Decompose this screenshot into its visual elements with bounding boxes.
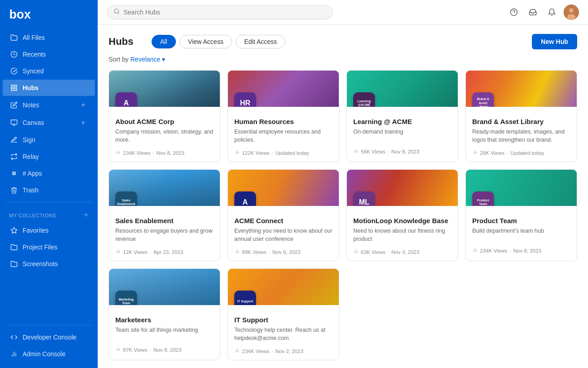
- bar-chart-icon: [10, 350, 18, 358]
- bar-chart-icon: [234, 249, 240, 255]
- hub-card-learning-acme[interactable]: Learning @ACME Learning @ ACME On-demand…: [346, 70, 458, 162]
- hub-card-body: About ACME Corp Company mission, vision,…: [109, 107, 220, 162]
- hub-card-motionloop[interactable]: ML MotionLoop Knowledge Base Need to kno…: [346, 169, 458, 261]
- bar-chart-icon: [353, 148, 359, 155]
- sidebar-item-synced[interactable]: Synced: [3, 63, 95, 79]
- hub-card-logo: Product Team: [472, 191, 494, 206]
- hub-card-acme-connect[interactable]: A ACME Connect Everything you need to kn…: [228, 169, 339, 261]
- bar-chart-icon: [115, 249, 121, 255]
- grid-icon: [10, 84, 18, 92]
- sidebar-item-recents[interactable]: Recents: [3, 46, 95, 62]
- canvas-add-button[interactable]: +: [79, 118, 88, 127]
- hub-card-date: Nov 3, 2023: [391, 249, 419, 255]
- filter-edit-button[interactable]: Edit Access: [236, 35, 285, 48]
- hub-card-title: Marketeers: [115, 316, 213, 324]
- hub-card-body: Brand & Asset Library Ready-made templat…: [466, 107, 577, 162]
- hub-card-marketeers[interactable]: Marketing Team Marketeers Team site for …: [109, 268, 220, 360]
- sidebar-item-sign[interactable]: Sign: [3, 132, 95, 148]
- hub-card-sales-enablement[interactable]: Sales Enablement Sales Enablement Resour…: [109, 169, 220, 261]
- sidebar-item-label: Hubs: [23, 84, 38, 91]
- sort-value-link[interactable]: Revelance ▾: [130, 56, 165, 63]
- sidebar-item-hubs[interactable]: Hubs: [3, 80, 95, 96]
- sidebar-item-admin-console[interactable]: Admin Console: [3, 346, 95, 362]
- hub-card-date: Nov 8, 2023: [272, 249, 300, 255]
- hub-card-body: ACME Connect Everything you need to know…: [228, 206, 339, 261]
- sidebar-item-label: Trash: [23, 186, 38, 194]
- hubs-content: Hubs All View Access Edit Access New Hub…: [98, 25, 588, 368]
- folder-icon: [10, 260, 18, 268]
- hub-card-desc: Essential employee resources and policie…: [234, 128, 332, 144]
- trash-icon: [10, 186, 18, 194]
- new-hub-button[interactable]: New Hub: [532, 34, 577, 49]
- notes-add-button[interactable]: +: [79, 100, 88, 110]
- search-input[interactable]: [123, 9, 326, 16]
- hub-card-body: Product Team Build department's team hub…: [466, 206, 577, 259]
- sidebar-item-canvas[interactable]: Canvas +: [3, 114, 95, 131]
- sidebar-divider-bottom: [5, 325, 92, 325]
- notification-icon-button[interactable]: [545, 5, 559, 19]
- sidebar: box All Files Recents Synced: [0, 0, 98, 368]
- search-bar[interactable]: [107, 5, 333, 19]
- svg-point-7: [13, 172, 14, 173]
- notes-icon: [10, 101, 18, 109]
- hub-card-banner: HR: [228, 71, 339, 107]
- sidebar-item-label: # Apps: [23, 170, 42, 177]
- sidebar-item-developer-console[interactable]: Developer Console: [3, 329, 95, 345]
- help-icon-button[interactable]: [507, 5, 521, 19]
- hub-card-about-acme[interactable]: A About ACME Corp Company mission, visio…: [109, 70, 220, 162]
- sidebar-item-notes[interactable]: Notes +: [3, 96, 95, 114]
- hub-card-title: Human Resources: [234, 118, 332, 125]
- hub-card-brand-asset[interactable]: Brand & Asset Library Brand & Asset Libr…: [465, 70, 577, 162]
- hub-card-meta: 234K Views · Nov 8, 2023: [472, 247, 570, 254]
- hub-card-banner: A: [228, 170, 339, 206]
- hub-card-product-team[interactable]: Product Team Product Team Build departme…: [465, 169, 577, 261]
- hub-card-human-resources[interactable]: HR Human Resources Essential employee re…: [228, 70, 339, 162]
- header-actions: [507, 5, 579, 20]
- bar-chart-icon: [472, 149, 478, 156]
- sidebar-item-relay[interactable]: Relay: [3, 148, 95, 165]
- svg-rect-4: [11, 88, 14, 91]
- collections-add-button[interactable]: +: [84, 210, 89, 220]
- hub-card-date: Nov 2, 2023: [275, 349, 303, 354]
- hub-card-views: 87K Views: [123, 347, 147, 353]
- hub-card-views: 234K Views: [242, 349, 270, 354]
- sidebar-item-favorites[interactable]: Favorites: [3, 222, 95, 239]
- hub-card-views: 234K Views: [123, 150, 151, 156]
- hub-card-meta: 28K Views · Updated today: [472, 149, 570, 156]
- sidebar-item-project-files[interactable]: Project Files: [3, 239, 95, 255]
- sidebar-item-label: Project Files: [23, 244, 57, 251]
- sidebar-item-screenshots[interactable]: Screenshots: [3, 256, 95, 272]
- hub-card-it-support[interactable]: IT Support IT Support Technology help ce…: [228, 268, 339, 360]
- hub-card-desc: Everything you need to know about our an…: [234, 227, 332, 243]
- hub-card-logo: A: [234, 191, 256, 206]
- bar-chart-icon: [472, 247, 478, 254]
- apps-icon: [10, 169, 18, 177]
- hub-card-separator: ·: [153, 150, 154, 156]
- sidebar-item-trash[interactable]: Trash: [3, 182, 95, 198]
- filter-all-button[interactable]: All: [152, 35, 176, 48]
- hub-card-separator: ·: [272, 349, 273, 354]
- hub-card-separator: ·: [150, 249, 151, 255]
- hub-card-separator: ·: [388, 149, 389, 154]
- hub-card-separator: ·: [507, 150, 508, 156]
- box-logo[interactable]: box: [0, 0, 98, 29]
- hub-card-date: Nov 8, 2023: [391, 149, 419, 154]
- sidebar-item-apps[interactable]: # Apps: [3, 165, 95, 182]
- hub-card-body: IT Support Technology help center. Reach…: [228, 305, 339, 360]
- hub-card-banner: Sales Enablement: [109, 170, 220, 206]
- hub-card-desc: Build department's team hub: [472, 227, 570, 242]
- hub-card-views: 63K Views: [361, 249, 385, 255]
- filter-view-button[interactable]: View Access: [180, 35, 232, 48]
- canvas-icon: [10, 119, 18, 127]
- hub-card-body: Learning @ ACME On-demand training 56K V…: [347, 107, 458, 160]
- inbox-icon-button[interactable]: [526, 5, 540, 19]
- hub-card-meta: 122K Views · Updated today: [234, 149, 332, 156]
- sidebar-item-label: All Files: [23, 34, 45, 41]
- hub-card-desc: On-demand training: [353, 128, 451, 143]
- avatar[interactable]: [564, 5, 579, 20]
- hub-card-desc: Ready-made templates, images, and logos …: [472, 128, 570, 144]
- sidebar-divider: [5, 202, 92, 202]
- hub-card-meta: 63K Views · Nov 3, 2023: [353, 249, 451, 255]
- svg-rect-3: [14, 85, 17, 87]
- sidebar-item-all-files[interactable]: All Files: [3, 29, 95, 46]
